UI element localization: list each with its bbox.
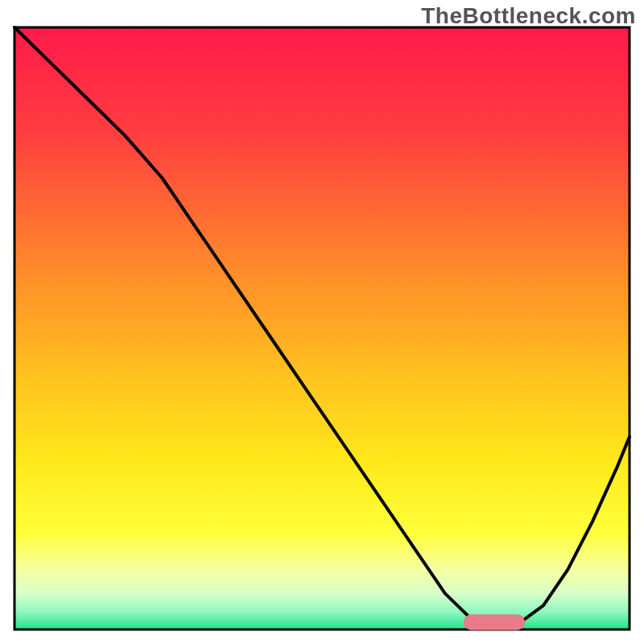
chart-container: TheBottleneck.com xyxy=(0,0,644,644)
watermark-text: TheBottleneck.com xyxy=(421,3,636,29)
optimal-range-marker xyxy=(464,614,525,630)
bottleneck-chart xyxy=(0,0,644,644)
